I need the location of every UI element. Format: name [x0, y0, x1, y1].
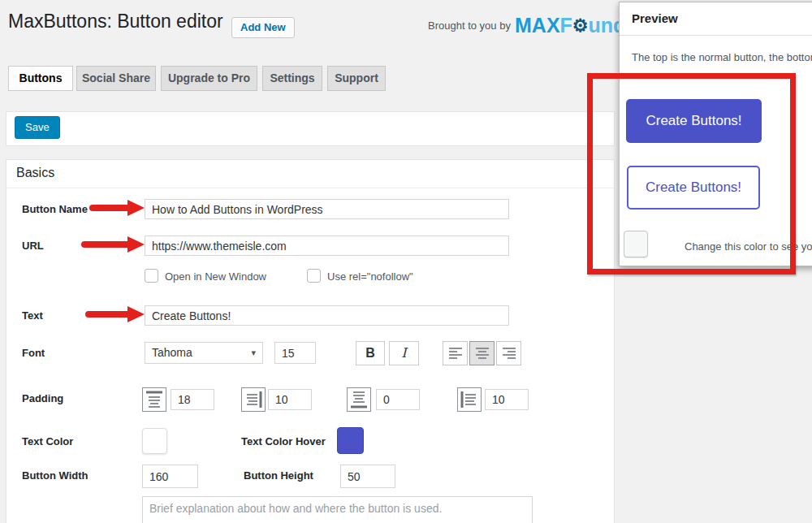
button-name-input[interactable] — [145, 199, 509, 219]
font-family-select[interactable]: Tahoma ▾ — [145, 342, 263, 364]
padding-left-control[interactable] — [457, 387, 482, 412]
basics-section-title: Basics — [16, 166, 54, 180]
page-title: MaxButtons: Button editor — [8, 11, 223, 32]
text-color-swatch[interactable] — [142, 428, 167, 454]
logo-text-max: MAX — [515, 14, 560, 37]
open-new-window-checkbox[interactable] — [145, 269, 158, 283]
align-left-button[interactable] — [443, 341, 468, 365]
annotation-arrow-url — [81, 236, 145, 253]
button-width-input[interactable] — [142, 465, 198, 488]
padding-left-icon — [460, 391, 478, 408]
add-new-button[interactable]: Add New — [231, 17, 295, 38]
arrow-tail — [81, 241, 128, 248]
open-new-window-label: Open in New Window — [165, 270, 266, 283]
padding-bottom-icon — [350, 391, 368, 408]
align-center-icon — [475, 347, 490, 360]
arrow-head-icon — [127, 236, 145, 253]
align-left-icon — [448, 347, 463, 360]
padding-top-input[interactable] — [171, 389, 214, 410]
padding-right-input[interactable] — [268, 389, 312, 410]
rel-nofollow-label: Use rel="nofollow" — [327, 270, 413, 283]
font-family-value: Tahoma — [152, 346, 192, 359]
padding-right-control[interactable] — [241, 387, 266, 412]
padding-left-input[interactable] — [485, 389, 529, 410]
arrow-head-icon — [127, 306, 145, 322]
rel-nofollow-checkbox[interactable] — [307, 269, 321, 283]
italic-button[interactable]: I — [389, 341, 419, 365]
text-color-label: Text Color — [22, 435, 73, 447]
text-color-hover-swatch[interactable] — [337, 427, 364, 454]
tab-buttons[interactable]: Buttons — [8, 66, 73, 91]
padding-label: Padding — [22, 392, 63, 404]
brought-by-text: Brought to you by — [428, 19, 511, 32]
logo-text-f: F — [560, 14, 572, 37]
save-button[interactable]: Save — [15, 116, 60, 139]
preview-divider — [620, 35, 812, 36]
button-height-label: Button Height — [244, 469, 313, 482]
button-text-input[interactable] — [145, 305, 509, 326]
arrow-tail — [85, 311, 128, 318]
basics-divider — [6, 188, 614, 188]
text-label: Text — [22, 309, 43, 322]
font-label: Font — [22, 347, 45, 359]
align-right-icon — [502, 347, 516, 360]
description-textarea[interactable] — [142, 496, 533, 523]
button-name-label: Button Name — [22, 203, 88, 215]
padding-bottom-control[interactable] — [347, 387, 371, 412]
font-size-input[interactable] — [274, 342, 316, 364]
tab-settings[interactable]: Settings — [262, 66, 322, 91]
padding-top-icon — [145, 391, 163, 408]
button-height-input[interactable] — [340, 465, 395, 488]
padding-bottom-input[interactable] — [376, 389, 420, 410]
tab-upgrade-to-pro[interactable]: Upgrade to Pro — [161, 66, 257, 91]
preview-title: Preview — [632, 11, 678, 25]
padding-right-icon — [244, 391, 262, 408]
align-right-button[interactable] — [496, 341, 521, 365]
text-color-hover-label: Text Color Hover — [241, 435, 326, 447]
align-center-button[interactable] — [469, 341, 495, 365]
padding-top-control[interactable] — [142, 387, 166, 412]
tab-social-share[interactable]: Social Share — [76, 66, 156, 91]
url-label: URL — [22, 240, 44, 252]
annotation-rectangle — [587, 73, 796, 274]
tab-support[interactable]: Support — [327, 66, 386, 91]
annotation-arrow-button-name — [89, 200, 145, 216]
button-width-label: Button Width — [22, 469, 88, 482]
annotation-arrow-text — [85, 306, 145, 322]
save-toolbar — [6, 111, 615, 146]
italic-icon: I — [401, 345, 406, 361]
arrow-tail — [89, 205, 128, 211]
bold-button[interactable]: B — [356, 341, 385, 365]
arrow-head-icon — [127, 200, 145, 216]
preview-description: The top is the normal button, the bottom… — [632, 51, 812, 63]
bold-icon: B — [365, 346, 375, 360]
url-input[interactable] — [145, 236, 509, 256]
gear-icon: ⚙ — [572, 15, 589, 36]
caret-down-icon: ▾ — [251, 343, 256, 363]
